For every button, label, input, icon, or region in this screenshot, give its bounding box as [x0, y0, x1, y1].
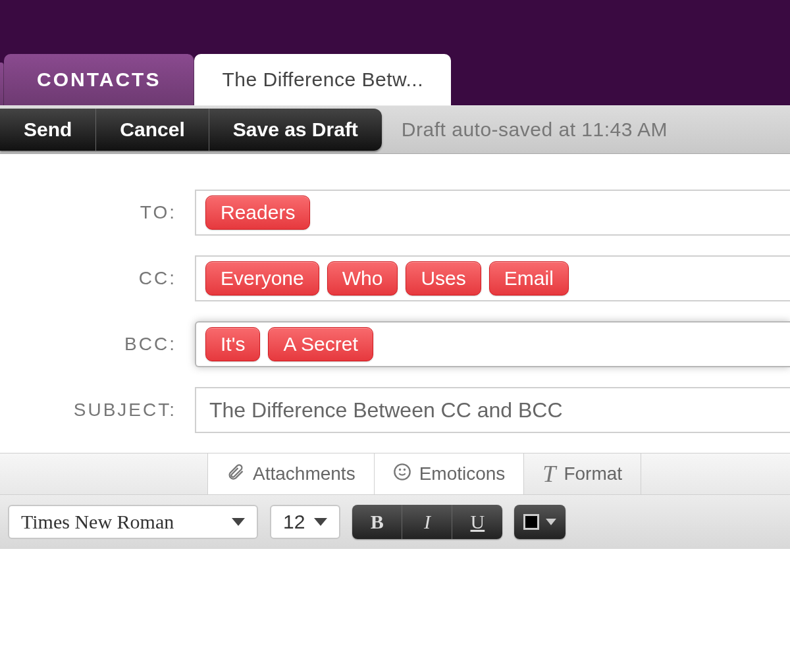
font-size-dropdown[interactable]: 12	[270, 505, 340, 539]
format-toolbar: Times New Roman 12 B I U	[0, 495, 790, 549]
compose-form: TO: Readers CC: EveryoneWhoUsesEmail BCC…	[0, 154, 790, 549]
chevron-down-icon	[546, 519, 556, 525]
bcc-row: BCC: It'sA Secret	[0, 321, 790, 367]
underline-button[interactable]: U	[452, 505, 502, 539]
recipient-chip[interactable]: It's	[205, 327, 260, 361]
chevron-down-icon	[232, 518, 245, 526]
subject-row: SUBJECT:	[0, 387, 790, 433]
cc-input[interactable]: EveryoneWhoUsesEmail	[195, 255, 790, 301]
bold-button[interactable]: B	[352, 505, 402, 539]
font-family-value: Times New Roman	[21, 511, 174, 533]
sub-toolbar-spacer	[0, 453, 208, 494]
format-tab[interactable]: T Format	[524, 453, 641, 494]
subject-label: SUBJECT:	[0, 400, 195, 421]
to-label: TO:	[0, 202, 195, 223]
format-icon: T	[542, 460, 556, 488]
recipient-chip[interactable]: Uses	[406, 261, 481, 296]
paperclip-icon	[226, 463, 245, 486]
font-family-dropdown[interactable]: Times New Roman	[8, 505, 258, 539]
svg-point-0	[394, 464, 409, 479]
subject-input[interactable]	[195, 387, 790, 433]
svg-point-2	[404, 469, 405, 469]
italic-button[interactable]: I	[402, 505, 452, 539]
recipient-chip[interactable]: Readers	[205, 195, 310, 230]
recipient-chip[interactable]: Everyone	[205, 261, 319, 296]
recipient-chip[interactable]: Email	[489, 261, 569, 296]
to-input[interactable]: Readers	[195, 190, 790, 236]
format-label: Format	[564, 463, 622, 484]
send-button[interactable]: Send	[0, 109, 96, 151]
save-draft-button[interactable]: Save as Draft	[209, 109, 382, 151]
action-button-group: Send Cancel Save as Draft	[0, 109, 382, 151]
recipient-chip[interactable]: Who	[327, 261, 398, 296]
chevron-down-icon	[314, 518, 327, 526]
tab-contacts[interactable]: CONTACTS	[4, 54, 194, 105]
action-bar: Send Cancel Save as Draft Draft auto-sav…	[0, 105, 790, 154]
app-header	[0, 0, 790, 53]
text-color-button[interactable]	[514, 505, 566, 539]
svg-point-1	[400, 469, 400, 469]
bcc-input[interactable]: It'sA Secret	[195, 321, 790, 367]
emoticons-tab[interactable]: Emoticons	[375, 453, 525, 494]
emoticons-label: Emoticons	[419, 463, 506, 484]
tab-bar: CONTACTS The Difference Betw...	[0, 53, 790, 105]
to-row: TO: Readers	[0, 190, 790, 236]
sub-toolbar: Attachments Emoticons T Format	[0, 453, 790, 495]
font-size-value: 12	[283, 511, 305, 533]
attachments-tab[interactable]: Attachments	[208, 453, 375, 494]
autosave-status: Draft auto-saved at 11:43 AM	[402, 118, 668, 141]
bcc-label: BCC:	[0, 334, 195, 355]
cc-row: CC: EveryoneWhoUsesEmail	[0, 255, 790, 301]
tab-compose[interactable]: The Difference Betw...	[194, 54, 451, 105]
cc-label: CC:	[0, 268, 195, 289]
text-style-group: B I U	[352, 505, 502, 539]
color-swatch-icon	[523, 514, 539, 530]
attachments-label: Attachments	[253, 463, 356, 484]
recipient-chip[interactable]: A Secret	[268, 327, 373, 361]
cancel-button[interactable]: Cancel	[96, 109, 209, 151]
smile-icon	[393, 463, 411, 486]
